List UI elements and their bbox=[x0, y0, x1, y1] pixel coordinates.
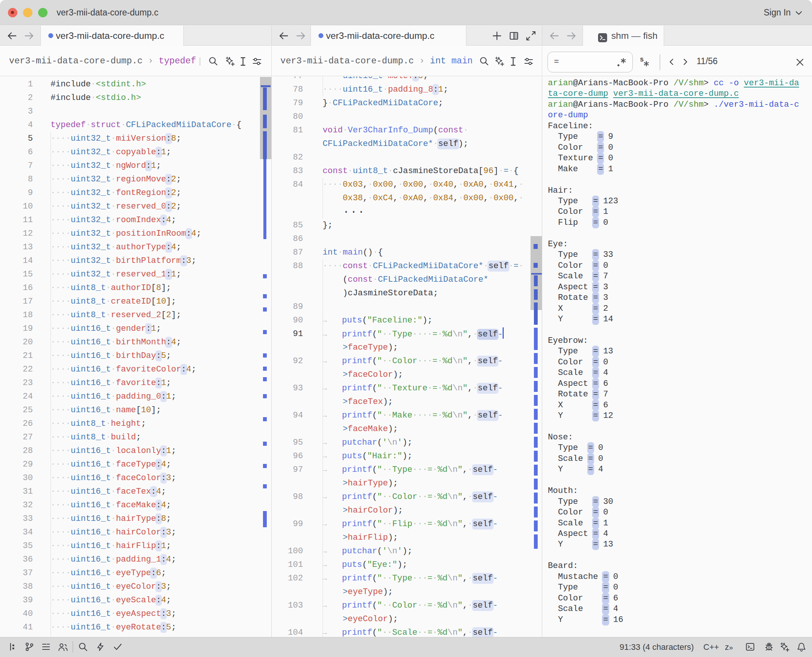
svg-text:s: s bbox=[640, 56, 644, 63]
